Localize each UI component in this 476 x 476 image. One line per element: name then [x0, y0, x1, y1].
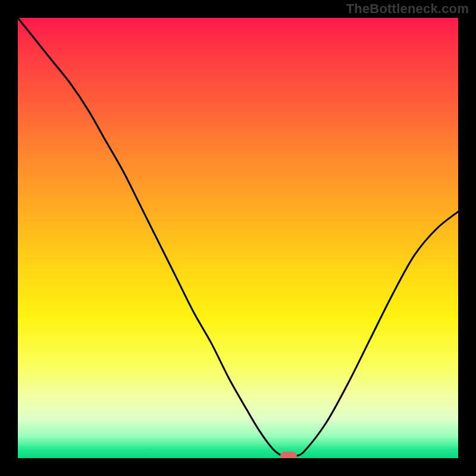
bottleneck-curve — [18, 18, 458, 458]
chart-frame: TheBottleneck.com — [0, 0, 476, 476]
minimum-marker — [280, 452, 297, 458]
plot-area — [18, 18, 458, 458]
attribution-label: TheBottleneck.com — [346, 1, 469, 17]
